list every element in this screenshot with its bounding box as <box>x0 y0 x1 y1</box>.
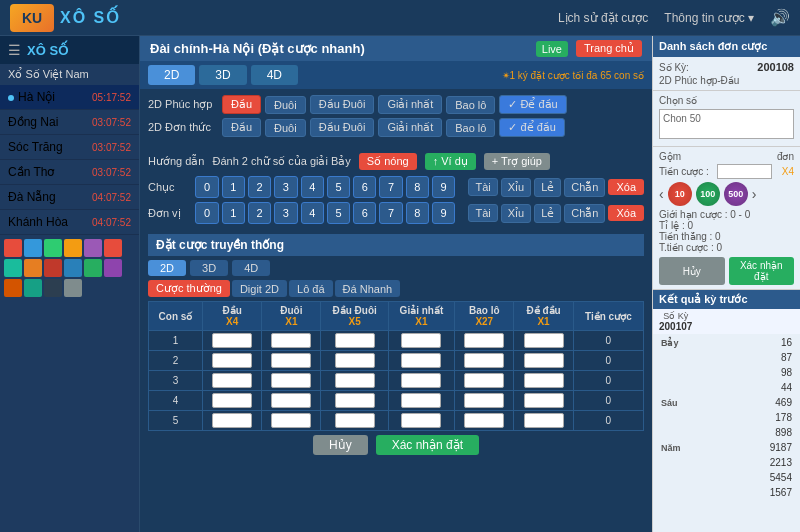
rs-xacnhan-button[interactable]: Xác nhận đặt <box>729 257 795 285</box>
chuc-1[interactable]: 1 <box>222 176 245 198</box>
row2-giainhat-input[interactable] <box>401 353 441 368</box>
row3-dedau-input[interactable] <box>524 373 564 388</box>
hamburger-icon[interactable]: ☰ <box>8 42 21 58</box>
chuc-6[interactable]: 6 <box>353 176 376 198</box>
bet-type-danhanh[interactable]: Đá Nhanh <box>335 280 401 297</box>
so-nong-button[interactable]: Số nóng <box>359 153 417 170</box>
row1-giainhat-input[interactable] <box>401 333 441 348</box>
sidebar-item-khanhhoa[interactable]: Khánh Hòa 04:07:52 <box>0 210 139 235</box>
row1-dedau-input[interactable] <box>524 333 564 348</box>
dv-2[interactable]: 2 <box>248 202 271 224</box>
bet2-giai-nhat-btn[interactable]: Giải nhất <box>378 118 442 137</box>
row5-dedau-input[interactable] <box>524 413 564 428</box>
row5-duoi-input[interactable] <box>271 413 311 428</box>
row2-dedau-input[interactable] <box>524 353 564 368</box>
bet-giai-nhat-btn[interactable]: Giải nhất <box>378 95 442 114</box>
chip-100[interactable]: 100 <box>696 182 720 206</box>
trad-tab-4d[interactable]: 4D <box>232 260 270 276</box>
tai-btn-2[interactable]: Tài <box>468 204 497 222</box>
bet-type-loda[interactable]: Lô đá <box>289 280 333 297</box>
row2-daududuoi-input[interactable] <box>335 353 375 368</box>
trad-huy-button[interactable]: Hủy <box>313 435 368 455</box>
row5-giainhat-input[interactable] <box>401 413 441 428</box>
chuc-7[interactable]: 7 <box>379 176 402 198</box>
rs-huy-button[interactable]: Hủy <box>659 257 725 285</box>
row1-duoi-input[interactable] <box>271 333 311 348</box>
bet2-duoi-btn[interactable]: Đuôi <box>265 119 306 137</box>
row3-duoi-input[interactable] <box>271 373 311 388</box>
bet-type-cuocthuong[interactable]: Cược thường <box>148 280 230 297</box>
chuc-5[interactable]: 5 <box>327 176 350 198</box>
xiu-btn-2[interactable]: Xỉu <box>501 204 531 223</box>
chon-so-box[interactable]: Chon 50 <box>659 109 794 139</box>
xiu-btn-1[interactable]: Xỉu <box>501 178 531 197</box>
tai-btn-1[interactable]: Tài <box>468 178 497 196</box>
row4-daududuoi-input[interactable] <box>335 393 375 408</box>
xoa-btn-1[interactable]: Xóa <box>608 179 644 195</box>
chuc-2[interactable]: 2 <box>248 176 271 198</box>
row3-baolo-input[interactable] <box>464 373 504 388</box>
row5-dau-input[interactable] <box>212 413 252 428</box>
chuc-9[interactable]: 9 <box>432 176 455 198</box>
nav-lich-su[interactable]: Lịch sử đặt cược <box>558 11 648 25</box>
sidebar-item-cantho[interactable]: Cần Thơ 03:07:52 <box>0 160 139 185</box>
row1-daududuoi-input[interactable] <box>335 333 375 348</box>
dv-3[interactable]: 3 <box>274 202 297 224</box>
row2-dau-input[interactable] <box>212 353 252 368</box>
row4-dedau-input[interactable] <box>524 393 564 408</box>
chip-10[interactable]: 10 <box>668 182 692 206</box>
dv-7[interactable]: 7 <box>379 202 402 224</box>
tro-giup-button[interactable]: + Trợ giúp <box>484 153 550 170</box>
row2-baolo-input[interactable] <box>464 353 504 368</box>
xoa-btn-2[interactable]: Xóa <box>608 205 644 221</box>
row4-baolo-input[interactable] <box>464 393 504 408</box>
bet2-dau-duoi-btn[interactable]: Đầu Đuôi <box>310 118 375 137</box>
chuc-4[interactable]: 4 <box>301 176 324 198</box>
dv-1[interactable]: 1 <box>222 202 245 224</box>
dv-9[interactable]: 9 <box>432 202 455 224</box>
speaker-icon[interactable]: 🔊 <box>770 8 790 27</box>
le-btn-2[interactable]: Lẻ <box>534 204 561 223</box>
chip-prev-arrow[interactable]: ‹ <box>659 186 664 202</box>
trad-tab-2d[interactable]: 2D <box>148 260 186 276</box>
row3-giainhat-input[interactable] <box>401 373 441 388</box>
row4-giainhat-input[interactable] <box>401 393 441 408</box>
bet-dau-btn[interactable]: Đầu <box>222 95 261 114</box>
bet-bao-lo-btn[interactable]: Bao lô <box>446 96 495 114</box>
dv-5[interactable]: 5 <box>327 202 350 224</box>
trang-chu-button[interactable]: Trang chủ <box>576 40 642 57</box>
trad-tab-3d[interactable]: 3D <box>190 260 228 276</box>
chip-500[interactable]: 500 <box>724 182 748 206</box>
dv-0[interactable]: 0 <box>195 202 218 224</box>
dv-4[interactable]: 4 <box>301 202 324 224</box>
le-btn-1[interactable]: Lẻ <box>534 178 561 197</box>
tab-4d[interactable]: 4D <box>251 65 298 85</box>
trad-xacnhan-button[interactable]: Xác nhận đặt <box>376 435 479 455</box>
sidebar-item-hanoi[interactable]: Hà Nội 05:17:52 <box>0 85 139 110</box>
bet-de-dau-btn[interactable]: ✓ Để đầu <box>499 95 566 114</box>
chuc-8[interactable]: 8 <box>406 176 429 198</box>
vi-du-button[interactable]: ↑ Ví dụ <box>425 153 476 170</box>
sidebar-item-dongnai[interactable]: Đồng Nai 03:07:52 <box>0 110 139 135</box>
chan-btn-2[interactable]: Chẵn <box>564 204 605 223</box>
tab-3d[interactable]: 3D <box>199 65 246 85</box>
chuc-0[interactable]: 0 <box>195 176 218 198</box>
bet-dau-duoi-btn[interactable]: Đầu Đuôi <box>310 95 375 114</box>
row3-daududuoi-input[interactable] <box>335 373 375 388</box>
chip-next-arrow[interactable]: › <box>752 186 757 202</box>
bet-duoi-btn[interactable]: Đuôi <box>265 96 306 114</box>
row2-duoi-input[interactable] <box>271 353 311 368</box>
row1-dau-input[interactable] <box>212 333 252 348</box>
bet2-dau-btn[interactable]: Đầu <box>222 118 261 137</box>
dv-6[interactable]: 6 <box>353 202 376 224</box>
bet-type-digit2d[interactable]: Digit 2D <box>232 280 287 297</box>
dv-8[interactable]: 8 <box>406 202 429 224</box>
row5-baolo-input[interactable] <box>464 413 504 428</box>
row1-baolo-input[interactable] <box>464 333 504 348</box>
tab-2d[interactable]: 2D <box>148 65 195 85</box>
row4-dau-input[interactable] <box>212 393 252 408</box>
row4-duoi-input[interactable] <box>271 393 311 408</box>
nav-thong-tin[interactable]: Thông tin cược ▾ <box>664 11 754 25</box>
chuc-3[interactable]: 3 <box>274 176 297 198</box>
row5-daududuoi-input[interactable] <box>335 413 375 428</box>
